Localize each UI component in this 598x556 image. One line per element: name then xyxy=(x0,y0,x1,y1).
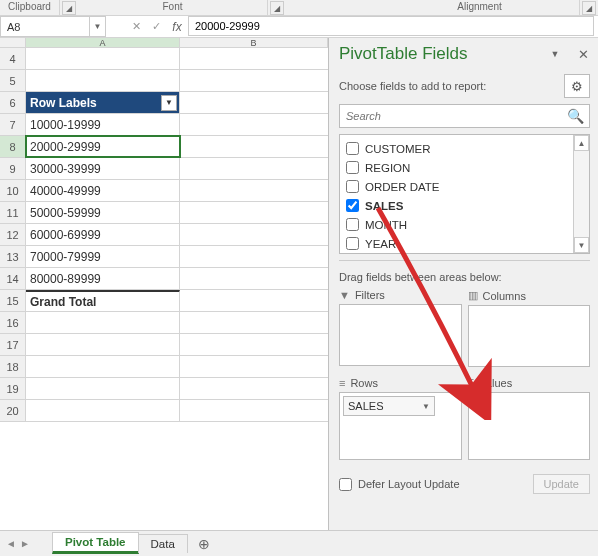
cell[interactable]: 10000-19999 xyxy=(26,114,180,135)
cell[interactable] xyxy=(26,70,180,91)
update-button[interactable]: Update xyxy=(533,474,590,494)
scroll-down-icon[interactable]: ▼ xyxy=(574,237,589,253)
field-item[interactable]: REGION xyxy=(342,158,571,177)
dialog-launcher-icon[interactable]: ◢ xyxy=(62,1,76,15)
row-header[interactable]: 5 xyxy=(0,70,26,91)
row-header[interactable]: 19 xyxy=(0,378,26,399)
cell[interactable]: Grand Total xyxy=(26,290,180,311)
row-header[interactable]: 6 xyxy=(0,92,26,113)
cell[interactable]: 80000-89999 xyxy=(26,268,180,289)
field-item[interactable]: SALES xyxy=(342,196,571,215)
name-box-dropdown-icon[interactable]: ▼ xyxy=(90,16,106,37)
cell[interactable] xyxy=(180,312,328,333)
chevron-down-icon[interactable]: ▼ xyxy=(422,402,430,411)
cell[interactable] xyxy=(180,92,328,113)
cell[interactable] xyxy=(180,48,328,69)
cell[interactable] xyxy=(180,356,328,377)
field-item[interactable]: CUSTOMER xyxy=(342,139,571,158)
tab-nav-prev-icon[interactable]: ◄ xyxy=(4,538,18,549)
dialog-launcher-icon[interactable]: ◢ xyxy=(270,1,284,15)
name-box[interactable]: A8 xyxy=(0,16,90,37)
formula-bar-input[interactable] xyxy=(188,16,594,36)
row-header[interactable]: 15 xyxy=(0,290,26,311)
cell[interactable] xyxy=(26,312,180,333)
search-input[interactable] xyxy=(340,105,561,127)
field-item[interactable]: YEAR xyxy=(342,234,571,253)
cell[interactable] xyxy=(180,136,328,157)
cell[interactable]: 70000-79999 xyxy=(26,246,180,267)
row-header[interactable]: 7 xyxy=(0,114,26,135)
defer-layout-checkbox[interactable]: Defer Layout Update xyxy=(339,478,533,491)
field-item[interactable]: MONTH xyxy=(342,215,571,234)
cell[interactable] xyxy=(180,202,328,223)
field-checkbox[interactable] xyxy=(346,199,359,212)
field-checkbox[interactable] xyxy=(346,142,359,155)
search-icon[interactable]: 🔍 xyxy=(561,105,589,127)
cell[interactable] xyxy=(180,158,328,179)
row-field-chip[interactable]: SALES▼ xyxy=(343,396,435,416)
field-checkbox[interactable] xyxy=(346,180,359,193)
cell[interactable] xyxy=(26,356,180,377)
add-sheet-icon[interactable]: ⊕ xyxy=(193,536,215,552)
cell[interactable]: 20000-29999 xyxy=(26,136,180,157)
columns-drop-area[interactable] xyxy=(468,305,591,367)
cell[interactable] xyxy=(180,180,328,201)
cell[interactable] xyxy=(26,378,180,399)
row-header[interactable]: 18 xyxy=(0,356,26,377)
dialog-launcher-icon[interactable]: ◢ xyxy=(582,1,596,15)
cell[interactable] xyxy=(180,70,328,91)
field-checkbox[interactable] xyxy=(346,161,359,174)
field-label: REGION xyxy=(365,162,410,174)
pane-options-dropdown-icon[interactable]: ▼ xyxy=(548,49,562,59)
row-header[interactable]: 13 xyxy=(0,246,26,267)
rowlabels-filter-icon[interactable]: ▼ xyxy=(161,95,177,111)
cell[interactable] xyxy=(26,334,180,355)
cell[interactable]: 50000-59999 xyxy=(26,202,180,223)
cell[interactable]: 60000-69999 xyxy=(26,224,180,245)
row-header[interactable]: 8 xyxy=(0,136,26,157)
values-drop-area[interactable] xyxy=(468,392,591,460)
rows-drop-area[interactable]: SALES▼ xyxy=(339,392,462,460)
close-icon[interactable]: ✕ xyxy=(576,47,590,62)
enter-formula-icon[interactable]: ✓ xyxy=(146,17,166,37)
tab-pivot-table[interactable]: Pivot Table xyxy=(52,532,139,554)
row-header[interactable]: 14 xyxy=(0,268,26,289)
row-header[interactable]: 20 xyxy=(0,400,26,421)
filters-drop-area[interactable] xyxy=(339,304,462,366)
scrollbar[interactable]: ▲ ▼ xyxy=(573,135,589,253)
cell[interactable]: 40000-49999 xyxy=(26,180,180,201)
field-item[interactable]: ORDER DATE xyxy=(342,177,571,196)
cell[interactable] xyxy=(180,246,328,267)
cell[interactable]: Row Labels▼ xyxy=(26,92,180,113)
row-header[interactable]: 12 xyxy=(0,224,26,245)
scroll-up-icon[interactable]: ▲ xyxy=(574,135,589,151)
row-header[interactable]: 17 xyxy=(0,334,26,355)
cell[interactable] xyxy=(26,48,180,69)
column-header-b[interactable]: B xyxy=(180,38,328,47)
worksheet-grid[interactable]: A B 456Row Labels▼710000-19999820000-299… xyxy=(0,38,328,530)
cell[interactable] xyxy=(180,400,328,421)
cell[interactable] xyxy=(180,114,328,135)
tab-nav-next-icon[interactable]: ► xyxy=(18,538,32,549)
defer-layout-input[interactable] xyxy=(339,478,352,491)
cell[interactable]: 30000-39999 xyxy=(26,158,180,179)
row-header[interactable]: 11 xyxy=(0,202,26,223)
field-search[interactable]: 🔍 xyxy=(339,104,590,128)
cell[interactable] xyxy=(26,400,180,421)
cell[interactable] xyxy=(180,378,328,399)
tab-data[interactable]: Data xyxy=(138,534,188,553)
field-checkbox[interactable] xyxy=(346,237,359,250)
cell[interactable] xyxy=(180,268,328,289)
cell[interactable] xyxy=(180,334,328,355)
field-checkbox[interactable] xyxy=(346,218,359,231)
gear-icon[interactable]: ⚙ xyxy=(564,74,590,98)
cell[interactable] xyxy=(180,290,328,311)
fx-icon[interactable]: fx xyxy=(166,20,188,34)
row-header[interactable]: 4 xyxy=(0,48,26,69)
column-header-a[interactable]: A xyxy=(26,38,180,47)
cell[interactable] xyxy=(180,224,328,245)
row-header[interactable]: 9 xyxy=(0,158,26,179)
cancel-formula-icon[interactable]: ✕ xyxy=(126,17,146,37)
row-header[interactable]: 16 xyxy=(0,312,26,333)
row-header[interactable]: 10 xyxy=(0,180,26,201)
